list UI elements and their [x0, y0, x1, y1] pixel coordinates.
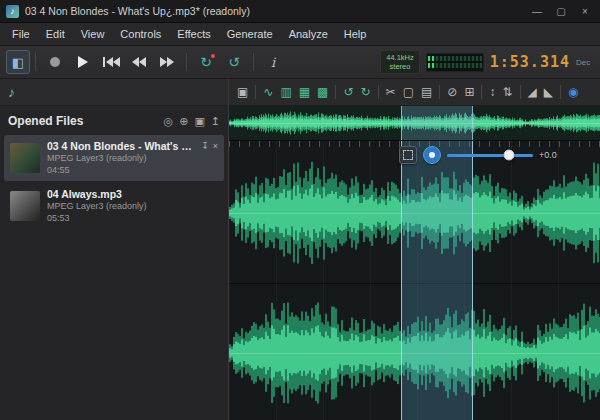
toolbar-separator	[439, 85, 440, 99]
toolbar-separator	[255, 85, 256, 99]
menu-controls[interactable]: Controls	[112, 25, 169, 43]
info-icon: i	[271, 55, 275, 70]
monitor-icon[interactable]: ◉	[568, 86, 578, 98]
gain-slider-knob[interactable]	[503, 150, 514, 161]
opened-files-title: Opened Files	[8, 114, 158, 128]
editor-column: ▣ ∿ ▥ ▦ ▩ ↺ ↻ ✂ ▢ ▤ ⊘ ⊞ ↕ ⇅ ◢	[229, 79, 600, 420]
menu-effects[interactable]: Effects	[169, 25, 218, 43]
gain-value-label: +0.0	[539, 150, 557, 160]
level-meter	[426, 53, 484, 72]
file-duration: 05:53	[47, 212, 218, 224]
info-button[interactable]: i	[262, 51, 284, 73]
minimize-icon[interactable]: —	[530, 6, 544, 17]
skip-start-icon	[103, 57, 120, 67]
fade-out-icon[interactable]: ◣	[544, 86, 553, 98]
app-window: ♪ 03 4 Non Blondes - What's Up¿.mp3* (re…	[0, 0, 600, 420]
undo-icon[interactable]: ↺	[343, 86, 353, 98]
sample-rate-value: 44.1kHz	[386, 53, 414, 62]
toolbar-separator	[35, 53, 36, 71]
window-title: 03 4 Non Blondes - What's Up¿.mp3* (read…	[25, 5, 530, 17]
save-icon[interactable]: ▣	[237, 86, 248, 98]
align-vertical-icon[interactable]: ⇅	[502, 86, 512, 98]
overview-selection[interactable]	[401, 106, 473, 140]
file-format: MPEG Layer3 (readonly)	[47, 152, 218, 164]
file-list-item[interactable]: 04 Always.mp3 MPEG Layer3 (readonly) 05:…	[4, 183, 224, 229]
menu-analyze[interactable]: Analyze	[281, 25, 336, 43]
skip-start-button[interactable]	[100, 51, 122, 73]
monitor-volume-button[interactable]	[423, 146, 441, 164]
close-icon[interactable]: ×	[578, 6, 592, 17]
transport-toolbar: ◧ ↻ ↺ i 44.1kHz stereo	[0, 46, 600, 79]
dashed-selection-icon	[403, 150, 413, 160]
fast-forward-button[interactable]	[156, 51, 178, 73]
floating-controls: +0.0	[399, 146, 557, 164]
fade-in-icon[interactable]: ◢	[528, 86, 537, 98]
time-unit-label[interactable]: Dec	[576, 58, 594, 67]
redo-icon[interactable]: ↻	[361, 86, 371, 98]
repeat-button[interactable]: ↺	[223, 51, 245, 73]
cut-icon[interactable]: ✂	[386, 86, 396, 98]
crop-icon[interactable]: ⊞	[464, 86, 474, 98]
album-art-thumbnail	[10, 143, 40, 173]
menu-edit[interactable]: Edit	[38, 25, 73, 43]
menu-generate[interactable]: Generate	[219, 25, 281, 43]
time-display: 1:53.314	[490, 53, 570, 71]
gain-slider-track[interactable]	[447, 154, 533, 157]
file-meta: 04 Always.mp3 MPEG Layer3 (readonly) 05:…	[47, 188, 218, 224]
level-meter-left	[428, 56, 482, 61]
play-button[interactable]	[72, 51, 94, 73]
fast-forward-icon	[160, 57, 174, 67]
speaker-icon	[429, 152, 435, 158]
view-spectrum-icon[interactable]: ▦	[299, 86, 310, 98]
toolbar-separator	[560, 85, 561, 99]
titlebar: ♪ 03 4 Non Blondes - What's Up¿.mp3* (re…	[0, 0, 600, 23]
files-export-icon[interactable]: ↥	[211, 115, 220, 128]
loop-button[interactable]: ↻	[195, 51, 217, 73]
workspace: ♪ Opened Files ◎ ⊕ ▣ ↥ 03 4 Non Blondes …	[0, 79, 600, 420]
play-icon	[78, 56, 88, 68]
file-duration: 04:55	[47, 164, 218, 176]
menu-file[interactable]: File	[4, 25, 38, 43]
loop-icon: ↻	[200, 55, 212, 69]
sidebar-toggle-icon[interactable]: ◧	[6, 50, 30, 74]
file-name: 04 Always.mp3	[47, 188, 218, 200]
file-name: 03 4 Non Blondes - What's Up¿...	[47, 140, 197, 152]
gain-slider[interactable]	[447, 147, 533, 163]
panel-tab-strip: ♪	[0, 79, 228, 106]
view-mixed-icon[interactable]: ▩	[317, 86, 328, 98]
waveform-view[interactable]: +0.0	[229, 141, 600, 420]
menu-view[interactable]: View	[73, 25, 113, 43]
record-button[interactable]	[44, 51, 66, 73]
files-copy-icon[interactable]: ▣	[194, 115, 204, 128]
toolbar-separator	[335, 85, 336, 99]
close-file-icon[interactable]: ×	[213, 141, 218, 151]
channel-mode-value: stereo	[390, 62, 411, 71]
app-logo-icon: ♪	[6, 5, 19, 18]
toolbar-separator	[520, 85, 521, 99]
files-add-icon[interactable]: ⊕	[179, 115, 188, 128]
file-format: MPEG Layer3 (readonly)	[47, 200, 218, 212]
view-waveform-icon[interactable]: ∿	[263, 86, 273, 98]
file-meta: 03 4 Non Blondes - What's Up¿... ↧ × MPE…	[47, 140, 218, 176]
view-bars-icon[interactable]: ▥	[280, 86, 291, 98]
toolbar-separator	[253, 53, 254, 71]
rewind-button[interactable]	[128, 51, 150, 73]
maximize-icon[interactable]: ▢	[554, 6, 568, 17]
toolbar-separator	[378, 85, 379, 99]
pin-icon[interactable]: ↧	[201, 141, 209, 151]
menu-help[interactable]: Help	[336, 25, 375, 43]
selection-tool-button[interactable]	[399, 146, 417, 164]
file-list-item[interactable]: 03 4 Non Blondes - What's Up¿... ↧ × MPE…	[4, 135, 224, 181]
window-controls: — ▢ ×	[530, 6, 592, 17]
files-filter-icon[interactable]: ◎	[164, 115, 174, 128]
delete-icon[interactable]: ⊘	[447, 86, 457, 98]
waveform-overview[interactable]	[229, 106, 600, 141]
stretch-vertical-icon[interactable]: ↕	[489, 86, 495, 98]
toolbar-separator	[186, 53, 187, 71]
copy-icon[interactable]: ▢	[403, 86, 414, 98]
paste-icon[interactable]: ▤	[421, 86, 432, 98]
rewind-icon	[132, 57, 146, 67]
music-note-icon[interactable]: ♪	[8, 84, 15, 100]
menubar: File Edit View Controls Effects Generate…	[0, 23, 600, 46]
waveform-selection[interactable]	[401, 141, 473, 420]
